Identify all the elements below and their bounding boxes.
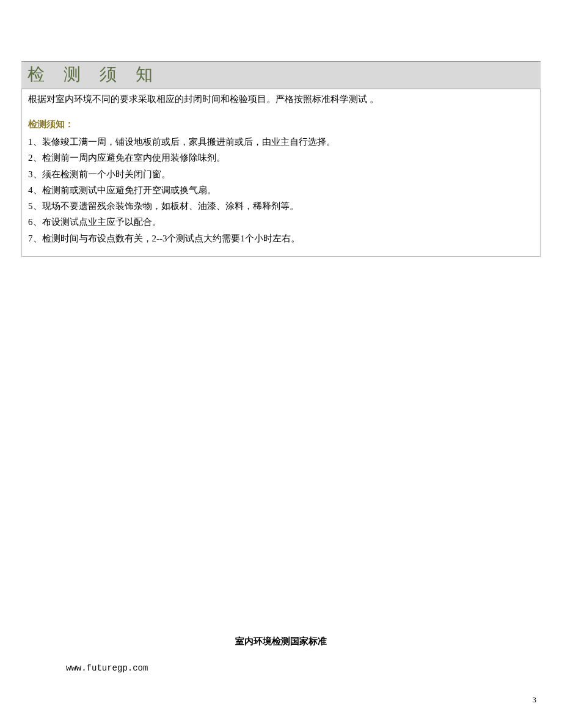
- page-title: 检 测 须 知: [27, 65, 160, 84]
- list-item: 1、装修竣工满一周，铺设地板前或后，家具搬进前或后，由业主自行选择。: [28, 134, 534, 150]
- list-item: 5、现场不要遗留残余装饰杂物，如板材、油漆、涂料，稀释剂等。: [28, 198, 534, 214]
- subtitle: 检测须知：: [28, 119, 534, 130]
- list-item: 7、检测时间与布设点数有关，2--3个测试点大约需要1个小时左右。: [28, 230, 534, 246]
- page-number: 3: [533, 695, 537, 705]
- footer-url: www.futuregp.com: [66, 663, 148, 673]
- title-bar: 检 测 须 知: [21, 61, 541, 89]
- list-item: 3、须在检测前一个小时关闭门窗。: [28, 166, 534, 182]
- footer-title: 室内环境检测国家标准: [0, 636, 562, 647]
- list-item: 4、检测前或测试中应避免打开空调或换气扇。: [28, 182, 534, 198]
- page-container: 检 测 须 知 根据对室内环境不同的要求采取相应的封闭时间和检验项目。严格按照标…: [0, 0, 562, 257]
- notice-list: 1、装修竣工满一周，铺设地板前或后，家具搬进前或后，由业主自行选择。 2、检测前…: [28, 134, 534, 246]
- content-box: 根据对室内环境不同的要求采取相应的封闭时间和检验项目。严格按照标准科学测试 。 …: [21, 89, 541, 257]
- intro-text: 根据对室内环境不同的要求采取相应的封闭时间和检验项目。严格按照标准科学测试 。: [28, 92, 534, 106]
- list-item: 6、布设测试点业主应予以配合。: [28, 214, 534, 230]
- list-item: 2、检测前一周内应避免在室内使用装修除味剂。: [28, 150, 534, 166]
